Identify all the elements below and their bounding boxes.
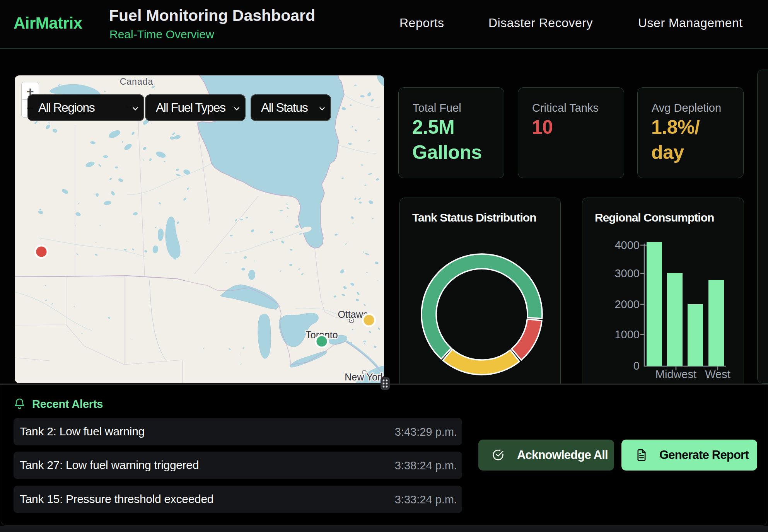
svg-text:Canada: Canada — [120, 77, 154, 87]
svg-text:2000: 2000 — [614, 298, 640, 310]
svg-text:New York: New York — [345, 372, 384, 382]
svg-text:Midwest: Midwest — [655, 368, 696, 380]
svg-text:4000: 4000 — [614, 239, 640, 251]
svg-text:0: 0 — [633, 360, 640, 372]
svg-text:3000: 3000 — [614, 267, 640, 280]
svg-text:West: West — [705, 368, 730, 380]
svg-text:1000: 1000 — [614, 328, 640, 341]
